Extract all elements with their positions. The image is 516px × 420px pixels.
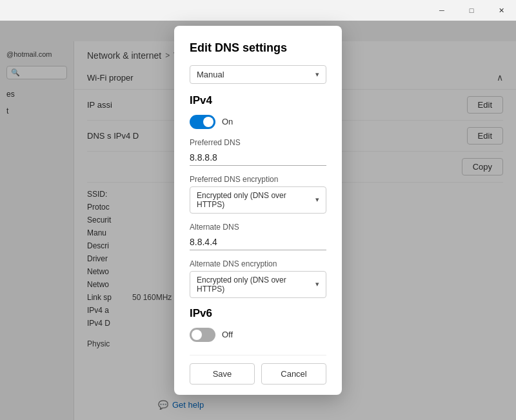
chevron-down-icon: ▾ bbox=[315, 70, 319, 79]
ipv4-toggle-row: On bbox=[190, 115, 326, 129]
title-bar: ─ □ ✕ bbox=[0, 0, 516, 21]
preferred-dns-input[interactable] bbox=[190, 150, 326, 166]
ipv4-toggle-label: On bbox=[222, 117, 233, 126]
toggle-thumb bbox=[203, 117, 213, 127]
toggle-thumb-2 bbox=[192, 330, 202, 340]
alternate-dns-label: Alternate DNS bbox=[190, 223, 326, 232]
dialog-title: Edit DNS settings bbox=[190, 41, 326, 55]
close-button[interactable]: ✕ bbox=[486, 0, 516, 21]
ipv6-heading: IPv6 bbox=[190, 307, 326, 320]
ipv4-heading: IPv4 bbox=[190, 94, 326, 107]
chevron-down-icon-2: ▾ bbox=[315, 195, 319, 204]
cancel-button[interactable]: Cancel bbox=[261, 363, 326, 385]
alternate-dns-encryption-value: Encrypted only (DNS over HTTPS) bbox=[197, 275, 315, 294]
alternate-dns-encryption-label: Alternate DNS encryption bbox=[190, 259, 326, 268]
ipv6-toggle-row: Off bbox=[190, 328, 326, 342]
alternate-dns-input[interactable] bbox=[190, 234, 326, 250]
preferred-dns-encryption-value: Encrypted only (DNS over HTTPS) bbox=[197, 191, 315, 209]
maximize-button[interactable]: □ bbox=[457, 0, 486, 21]
dialog-footer: Save Cancel bbox=[190, 355, 326, 385]
alternate-dns-encryption-dropdown[interactable]: Encrypted only (DNS over HTTPS) ▾ bbox=[190, 271, 326, 298]
dns-mode-value: Manual bbox=[197, 70, 224, 79]
ipv4-toggle[interactable] bbox=[190, 115, 215, 129]
preferred-dns-encryption-dropdown[interactable]: Encrypted only (DNS over HTTPS) ▾ bbox=[190, 186, 326, 214]
minimize-button[interactable]: ─ bbox=[427, 0, 457, 21]
dns-mode-dropdown[interactable]: Manual ▾ bbox=[190, 65, 326, 84]
chevron-down-icon-3: ▾ bbox=[315, 280, 319, 288]
ipv6-toggle[interactable] bbox=[190, 328, 215, 342]
preferred-dns-encryption-label: Preferred DNS encryption bbox=[190, 175, 326, 184]
edit-dns-dialog: Edit DNS settings Manual ▾ IPv4 On Prefe… bbox=[174, 26, 342, 395]
save-button[interactable]: Save bbox=[190, 363, 255, 385]
preferred-dns-label: Preferred DNS bbox=[190, 138, 326, 147]
ipv6-toggle-label: Off bbox=[222, 330, 233, 339]
window-controls: ─ □ ✕ bbox=[427, 0, 516, 21]
